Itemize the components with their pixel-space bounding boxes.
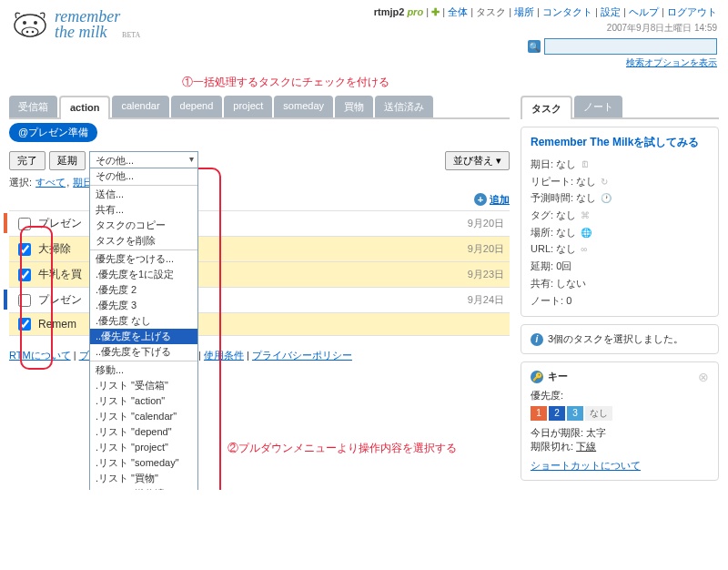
dropdown-item[interactable]: .リスト "買物"	[90, 471, 197, 486]
select-all[interactable]: すべて	[35, 177, 66, 188]
logo[interactable]: rememberthe milk BETA	[11, 5, 120, 40]
logo-text: rememberthe milk BETA	[55, 5, 120, 40]
shortcuts-link[interactable]: ショートカットについて	[531, 460, 641, 471]
tab-someday[interactable]: someday	[274, 96, 333, 117]
nav-task: タスク	[476, 6, 506, 17]
context-tag[interactable]: @プレゼン準備	[9, 123, 97, 142]
priority-1-swatch: 1	[531, 406, 547, 421]
detail-tab-タスク[interactable]: タスク	[521, 96, 572, 119]
dropdown-item[interactable]: .リスト "calendar"	[90, 409, 197, 424]
dropdown-item[interactable]: ..優先度を下げる	[90, 344, 197, 360]
globe-icon: 🌐	[581, 228, 592, 238]
tab-受信箱[interactable]: 受信箱	[9, 96, 57, 117]
top-nav: rtmjp2 pro | ✚ | 全体 | タスク | 場所 | コンタクト |…	[374, 5, 717, 19]
footer-about[interactable]: RTMについて	[9, 350, 71, 361]
detail-title[interactable]: Remember The Milkを試してみる	[531, 135, 709, 150]
svg-point-2	[26, 31, 29, 34]
dropdown-item[interactable]: 共有...	[90, 202, 197, 218]
annotation-2: ②プルダウンメニューより操作内容を選択する	[228, 441, 457, 456]
dropdown-item[interactable]: その他...	[90, 168, 197, 184]
task-row[interactable]: プレゼン9月24日	[9, 287, 510, 312]
task-date: 9月24日	[468, 293, 504, 307]
footer-links: RTMについて | ブロ ヘルプ | 使用条件 | プライバシーポリシー	[9, 349, 510, 362]
pro-badge: pro	[407, 6, 423, 17]
complete-button[interactable]: 完了	[9, 151, 46, 170]
tab-calendar[interactable]: calendar	[112, 96, 168, 117]
svg-point-1	[22, 27, 38, 36]
task-checkbox[interactable]	[18, 243, 31, 256]
repeat-icon: ↻	[601, 177, 608, 187]
dropdown-item[interactable]: 優先度をつける...	[90, 251, 197, 267]
task-date: 9月23日	[468, 268, 504, 281]
tag-icon: ⌘	[581, 210, 590, 220]
dropdown-item[interactable]: タスクのコピー	[90, 218, 197, 233]
tab-買物[interactable]: 買物	[335, 96, 373, 117]
detail-tabs: タスクノート	[521, 96, 719, 119]
dropdown-item[interactable]: .優先度 3	[90, 298, 197, 313]
add-task-link[interactable]: 追加	[490, 194, 510, 205]
tab-project[interactable]: project	[224, 96, 272, 117]
nav-help[interactable]: ヘルプ	[629, 6, 659, 17]
task-checkbox[interactable]	[18, 294, 31, 307]
tab-送信済み[interactable]: 送信済み	[375, 96, 433, 117]
dropdown-item[interactable]: .優先度 2	[90, 282, 197, 298]
key-icon: 🔑	[531, 371, 543, 383]
task-checkbox[interactable]	[18, 318, 31, 331]
close-icon[interactable]: ⊗	[698, 370, 709, 384]
dropdown-item[interactable]: タスクを削除	[90, 233, 197, 249]
priority-bar	[4, 290, 7, 310]
nav-settings[interactable]: 設定	[601, 6, 621, 17]
task-checkbox[interactable]	[18, 269, 31, 281]
search-input[interactable]	[544, 38, 717, 55]
task-date: 9月20日	[468, 217, 504, 230]
key-box: ⊗ 🔑キー 優先度: 1 2 3 なし 今日が期限: 太字 期限切れ: 下線 シ…	[521, 361, 719, 481]
nav-place[interactable]: 場所	[514, 6, 534, 17]
tab-action[interactable]: action	[59, 96, 110, 119]
task-checkbox[interactable]	[18, 218, 31, 230]
datetime: 2007年9月8日土曜日 14:59	[374, 22, 717, 35]
dropdown-item[interactable]: .リスト "送信済み"	[90, 486, 197, 490]
priority-3-swatch: 3	[567, 406, 583, 421]
dropdown-item[interactable]: ..優先度を上げる	[90, 329, 197, 344]
selection-row: 選択: すべて, 期日あり, 未完了, なし	[9, 176, 510, 189]
calendar-icon: 🗓	[581, 159, 590, 169]
priority-bar	[4, 213, 7, 233]
info-box: i3個のタスクを選択しました。	[521, 324, 719, 354]
svg-point-5	[34, 21, 37, 25]
task-row[interactable]: 牛乳を買9月23日	[9, 261, 510, 287]
dropdown-item[interactable]: .リスト "someday"	[90, 455, 197, 471]
dropdown-item[interactable]: .リスト "action"	[90, 393, 197, 409]
dropdown-item[interactable]: .リスト "depend"	[90, 424, 197, 440]
footer-privacy[interactable]: プライバシーポリシー	[252, 350, 352, 361]
search-icon: 🔍	[528, 40, 541, 53]
nav-contact[interactable]: コンタクト	[542, 6, 592, 17]
detail-tab-ノート[interactable]: ノート	[574, 96, 622, 117]
annotation-1: ①一括処理するタスクにチェックを付ける	[182, 75, 728, 90]
footer-terms[interactable]: 使用条件	[204, 350, 244, 361]
task-list: プレゼン9月20日大掃除9月20日牛乳を買9月23日プレゼン9月24日Remem	[9, 210, 510, 336]
dropdown-item[interactable]: .優先度を1に設定	[90, 267, 197, 282]
dropdown-item[interactable]: .リスト "受信箱"	[90, 378, 197, 393]
link-icon: ∞	[581, 244, 587, 254]
nav-logout[interactable]: ログアウト	[667, 6, 717, 17]
tab-depend[interactable]: depend	[171, 96, 223, 117]
postpone-button[interactable]: 延期	[49, 151, 86, 170]
nav-all[interactable]: 全体	[448, 6, 468, 17]
sort-button[interactable]: 並び替え ▾	[445, 151, 510, 170]
dropdown-item[interactable]: 送信...	[90, 187, 197, 202]
username: rtmjp2	[374, 6, 405, 17]
task-row[interactable]: プレゼン9月20日	[9, 210, 510, 236]
search-options-link[interactable]: 検索オプションを表示	[626, 57, 717, 67]
task-row[interactable]: 大掃除9月20日	[9, 236, 510, 261]
svg-point-4	[23, 21, 26, 25]
dropdown-item[interactable]: .優先度 なし	[90, 313, 197, 329]
priority-2-swatch: 2	[549, 406, 565, 421]
dropdown-item[interactable]: 移動...	[90, 362, 197, 378]
clock-icon: 🕐	[601, 193, 612, 203]
task-row[interactable]: Remem	[9, 312, 510, 336]
dropdown-item[interactable]: .リスト "project"	[90, 440, 197, 455]
priority-none-swatch: なし	[585, 406, 612, 421]
svg-point-3	[32, 31, 35, 34]
task-detail-box: Remember The Milkを試してみる 期日: なし 🗓 リピート: な…	[521, 127, 719, 317]
task-date: 9月20日	[468, 242, 504, 256]
